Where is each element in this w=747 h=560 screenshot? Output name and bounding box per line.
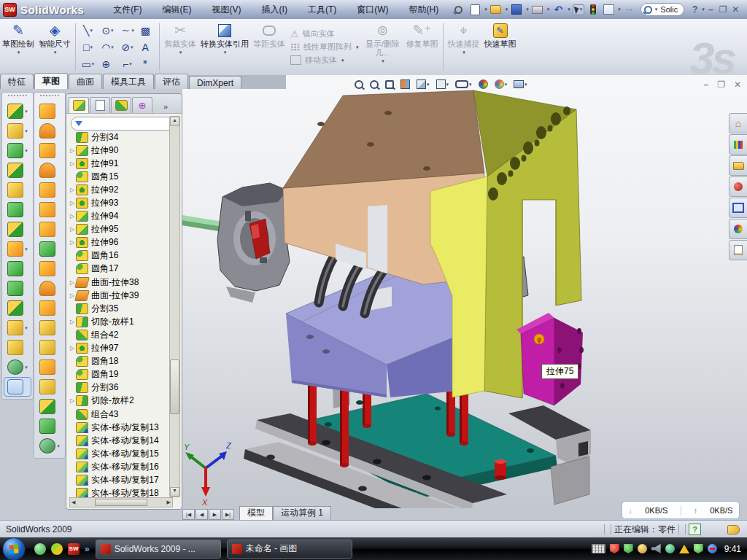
security-alert-icon[interactable] <box>610 544 619 553</box>
expand-arrow-icon[interactable]: ▷ <box>69 160 76 167</box>
ribbon-tab[interactable]: DimXpert <box>189 76 241 89</box>
tree-vertical-scrollbar[interactable]: ▲ ▼ <box>169 116 180 497</box>
offset-entities-button[interactable]: 等距实体 <box>251 19 287 75</box>
sketch-entity-icon[interactable]: ＊ ▾ <box>137 55 157 72</box>
expand-arrow-icon[interactable]: ▷ <box>69 200 76 206</box>
ribbon-tab[interactable]: 特征 <box>0 74 34 89</box>
feature-tree-item[interactable]: ▷ 拉伸97 <box>69 342 170 355</box>
restore-button[interactable]: ❐ <box>717 4 729 15</box>
feature-tree-item[interactable]: ▷ 分割36 <box>69 381 170 394</box>
tab-appearances[interactable] <box>729 219 747 239</box>
keyboard-layout-icon[interactable] <box>592 544 605 553</box>
left-toolbar-button[interactable]: ▾ <box>35 160 64 180</box>
repair-sketch-button[interactable]: ✎⁺ 修复草图 <box>404 19 441 75</box>
print-icon[interactable] <box>531 4 544 15</box>
tag-icon[interactable] <box>727 525 740 534</box>
feature-tree-item[interactable]: ▷ 拉伸95 <box>69 223 170 236</box>
tab-file-explorer[interactable] <box>729 155 747 176</box>
document-tab[interactable]: 模型 <box>239 506 273 520</box>
smart-dimension-button[interactable]: ◈ 智能尺寸 ▾ <box>36 19 73 75</box>
save-icon[interactable] <box>510 4 523 15</box>
left-toolbar-button[interactable]: ▾ <box>3 200 32 219</box>
tab-feature-manager[interactable] <box>69 97 89 113</box>
appearances-icon[interactable] <box>479 79 488 89</box>
zoom-fit-icon[interactable] <box>355 80 363 89</box>
left-toolbar-button[interactable]: ▾ <box>35 338 64 357</box>
left-toolbar-button[interactable]: ▾ <box>35 259 64 279</box>
left-toolbar-button[interactable]: ▾ <box>35 279 64 298</box>
scrollbar-thumb[interactable] <box>95 499 147 506</box>
sketch-entity-icon[interactable]: ◠ ▾ <box>98 39 117 55</box>
scroll-right-icon[interactable]: ▶ <box>167 499 171 505</box>
menu-item[interactable]: 插入(I) <box>252 1 298 19</box>
taskbar-window-button[interactable]: SolidWorks 2009 - ... <box>96 540 221 559</box>
scroll-down-icon[interactable]: ▼ <box>170 487 179 497</box>
left-toolbar-button[interactable]: ▾ <box>35 200 64 219</box>
left-toolbar-button[interactable]: ▾ <box>35 357 64 377</box>
network-speed-widget[interactable]: ↓ 0KB/S ↑ 0KB/S <box>622 501 740 519</box>
scene-icon[interactable]: ▾ <box>495 79 508 89</box>
search-input[interactable]: Solic <box>660 5 678 14</box>
feature-tree-item[interactable]: ▷ 切除-放样1 <box>69 315 170 328</box>
menu-item[interactable]: 视图(V) <box>202 1 252 19</box>
left-toolbar-button[interactable]: ▾ <box>3 121 32 141</box>
menu-item[interactable]: 文件(F) <box>103 1 152 19</box>
left-toolbar-button[interactable]: ▾ <box>3 160 32 180</box>
tab-design-library[interactable] <box>729 134 747 155</box>
left-toolbar-button[interactable]: ▾ <box>35 397 64 416</box>
expand-arrow-icon[interactable]: ▷ <box>69 226 76 233</box>
feature-tree-item[interactable]: ▷ 拉伸94 <box>69 210 170 223</box>
left-toolbar-button[interactable]: ▾ <box>3 338 32 357</box>
feature-tree-item[interactable]: ▷ 实体-移动/复制13 <box>69 421 170 434</box>
overflow-icon[interactable]: ⋯ <box>623 4 636 15</box>
sketch-entity-icon[interactable]: ⊙ ▾ <box>98 22 117 39</box>
tab-custom-properties[interactable] <box>729 240 747 260</box>
quick-snaps-button[interactable]: ⌖ 快速捕捉 ▾ <box>446 19 482 75</box>
feature-tree-item[interactable]: ▷ 实体-移动/复制17 <box>69 473 170 486</box>
left-toolbar-button[interactable]: ▾ <box>35 101 64 121</box>
caret-icon[interactable]: ▾ <box>131 28 134 34</box>
left-toolbar-button[interactable]: ▾ <box>3 279 32 298</box>
toolbar-grip[interactable] <box>8 95 27 99</box>
caret-icon[interactable]: ▾ <box>131 44 133 50</box>
caret-icon[interactable]: ▾ <box>25 325 28 331</box>
feature-tree-item[interactable]: ▷ 曲面-拉伸38 <box>69 276 170 289</box>
caret-icon[interactable]: ▾ <box>25 109 28 114</box>
quick-tips-icon[interactable]: ? <box>689 524 701 535</box>
feature-tree-item[interactable]: ▷ 圆角19 <box>69 368 170 381</box>
expand-arrow-icon[interactable]: ▷ <box>69 345 76 351</box>
expand-arrow-icon[interactable]: ▷ <box>69 319 76 325</box>
feature-tree-item[interactable]: ▷ 圆角16 <box>69 249 170 262</box>
3d-model-view[interactable]: φ Y Z X <box>182 75 747 508</box>
caret-icon[interactable]: ▾ <box>92 61 95 67</box>
sketch-entity-icon[interactable]: ▩ ▾ <box>137 22 157 39</box>
undo-icon[interactable]: ↶ <box>551 4 565 15</box>
display-style-icon[interactable]: ▾ <box>417 79 430 89</box>
document-tab[interactable]: 运动算例 1 <box>273 506 331 520</box>
feature-tree-item[interactable]: ▷ 分割35 <box>69 302 170 315</box>
caret-icon[interactable]: ▾ <box>25 365 28 370</box>
taskbar-clock[interactable]: 9:41 <box>724 544 741 554</box>
left-toolbar-button[interactable]: ▾ <box>3 259 32 279</box>
caret-icon[interactable]: ▾ <box>111 44 114 50</box>
view-orientation-icon[interactable]: ▾ <box>436 79 449 89</box>
left-toolbar-button[interactable]: ▾ <box>35 141 64 160</box>
left-toolbar-button[interactable]: ▾ <box>35 318 64 338</box>
shield-icon[interactable] <box>624 544 633 553</box>
taskbar-window-button[interactable]: 未命名 - 画图 <box>227 540 352 559</box>
ribbon-tab[interactable]: 评估 <box>155 74 188 89</box>
sketch-entity-icon[interactable]: □ ▾ <box>78 39 98 55</box>
minimize-button[interactable]: – <box>705 4 717 15</box>
scroll-up-icon[interactable]: ▲ <box>170 117 179 126</box>
left-toolbar-button[interactable]: ▾ <box>3 219 32 239</box>
volume-icon[interactable] <box>651 544 661 553</box>
sketch-entity-icon[interactable]: ╲ ▾ <box>78 22 98 39</box>
sketch-entity-icon[interactable]: ⊕ ▾ <box>98 55 117 72</box>
feature-tree-item[interactable]: ▷ 切除-放样2 <box>69 394 170 408</box>
feature-tree-item[interactable]: ▷ 实体-移动/复制18 <box>69 487 170 497</box>
open-icon[interactable] <box>489 4 503 15</box>
linear-pattern-button[interactable]: 线性草图阵列 ▾ <box>290 42 359 52</box>
expand-arrow-icon[interactable]: ▷ <box>69 239 76 246</box>
caret-icon[interactable]: ▾ <box>25 246 28 252</box>
annotations-icon[interactable]: ▾ <box>514 80 527 88</box>
